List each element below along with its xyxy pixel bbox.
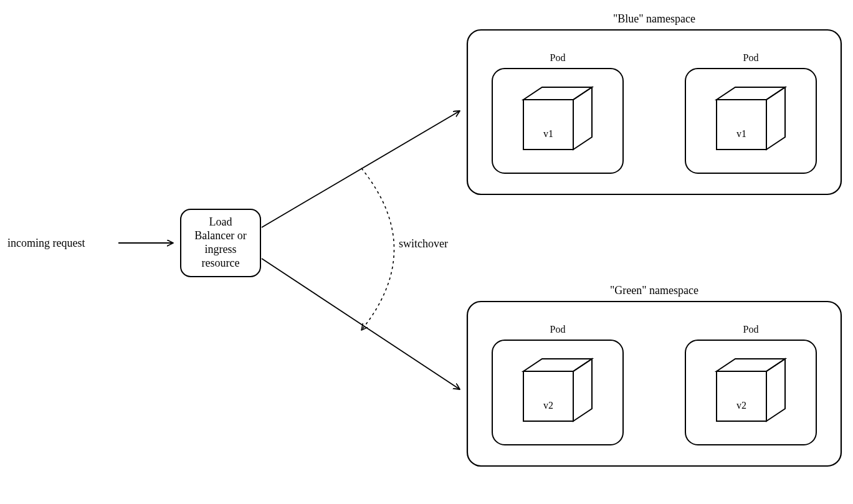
blue-pod-1-version: v1 — [543, 128, 553, 139]
green-pod-1-version: v2 — [543, 400, 553, 411]
cube-icon: v2 — [717, 359, 785, 421]
blue-pod-2: Pod v1 — [685, 52, 816, 173]
svg-rect-4 — [685, 69, 816, 173]
svg-rect-3 — [523, 100, 573, 150]
svg-rect-8 — [523, 371, 573, 421]
green-pod-1: Pod v2 — [492, 324, 623, 445]
green-pod-1-label: Pod — [550, 324, 566, 335]
green-namespace-title: "Green" namespace — [610, 284, 698, 297]
incoming-request-label: incoming request — [7, 237, 85, 249]
arrow-lb-to-green — [262, 259, 460, 389]
green-pod-2: Pod v2 — [685, 324, 816, 445]
svg-rect-9 — [685, 340, 816, 445]
svg-rect-2 — [492, 69, 623, 173]
green-namespace: "Green" namespace Pod v2 Pod v2 — [467, 284, 841, 466]
cube-icon: v1 — [717, 87, 785, 150]
svg-rect-5 — [717, 100, 766, 150]
blue-pod-2-version: v1 — [736, 128, 746, 139]
cube-icon: v2 — [523, 359, 592, 421]
arrow-lb-to-blue — [262, 111, 460, 227]
green-pod-2-label: Pod — [743, 324, 759, 335]
load-balancer-node: Load Balancer or ingress resource — [181, 209, 260, 277]
lb-line4: resource — [202, 257, 240, 269]
svg-rect-10 — [717, 371, 766, 421]
blue-namespace: "Blue" namespace Pod v1 Pod v1 — [467, 12, 841, 194]
blue-pod-2-label: Pod — [743, 52, 759, 63]
lb-line1: Load — [209, 216, 232, 228]
lb-line3: ingress — [205, 243, 237, 255]
switchover-label: switchover — [399, 237, 448, 250]
green-pod-2-version: v2 — [736, 400, 746, 411]
blue-pod-1: Pod v1 — [492, 52, 623, 173]
lb-line2: Balancer or — [194, 229, 246, 242]
blue-namespace-title: "Blue" namespace — [613, 12, 695, 25]
diagram-canvas: incoming request Load Balancer or ingres… — [0, 0, 853, 504]
svg-rect-7 — [492, 340, 623, 445]
cube-icon: v1 — [523, 87, 592, 150]
blue-pod-1-label: Pod — [550, 52, 566, 63]
arrow-switchover — [361, 168, 394, 330]
